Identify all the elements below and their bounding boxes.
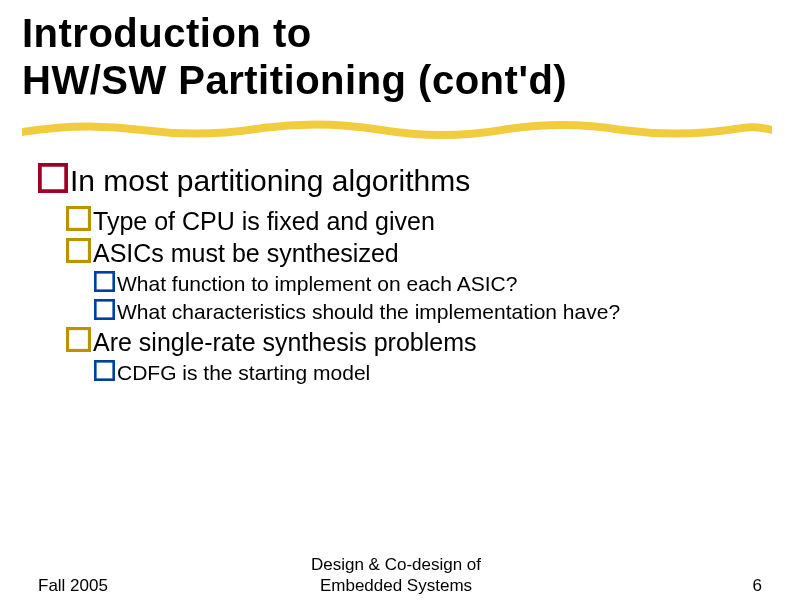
footer-title: Design & Co-design of Embedded Systems	[0, 555, 792, 596]
content-area: In most partitioning algorithms Type of …	[38, 162, 762, 388]
y-bullet-icon	[66, 327, 91, 352]
bullet-text: ASICs must be synthesized	[93, 239, 399, 267]
svg-rect-4	[95, 300, 113, 318]
svg-rect-5	[68, 329, 90, 351]
x-bullet-icon	[94, 360, 115, 381]
page-number: 6	[753, 576, 762, 596]
bullet-level2: Type of CPU is fixed and given	[66, 206, 762, 237]
bullet-level1: In most partitioning algorithms	[38, 162, 762, 200]
svg-rect-1	[68, 207, 90, 229]
bullet-level2: ASICs must be synthesized	[66, 238, 762, 269]
bullet-level3: What function to implement on each ASIC?	[94, 271, 762, 297]
svg-rect-3	[95, 272, 113, 290]
y-bullet-icon	[66, 206, 91, 231]
y-bullet-icon	[66, 238, 91, 263]
z-bullet-icon	[38, 163, 68, 193]
svg-rect-2	[68, 240, 90, 262]
bullet-text: Are single-rate synthesis problems	[93, 328, 477, 356]
svg-rect-6	[95, 361, 113, 379]
slide-title: Introduction to HW/SW Partitioning (cont…	[22, 10, 567, 104]
title-underline	[22, 112, 772, 140]
bullet-text: CDFG is the starting model	[117, 361, 370, 384]
x-bullet-icon	[94, 299, 115, 320]
x-bullet-icon	[94, 271, 115, 292]
slide: Introduction to HW/SW Partitioning (cont…	[0, 0, 792, 612]
bullet-level3: What characteristics should the implemen…	[94, 299, 762, 325]
bullet-text: In most partitioning algorithms	[70, 164, 470, 197]
bullet-text: Type of CPU is fixed and given	[93, 207, 435, 235]
bullet-level3: CDFG is the starting model	[94, 360, 762, 386]
bullet-text: What characteristics should the implemen…	[117, 300, 620, 323]
svg-rect-0	[40, 164, 66, 190]
bullet-text: What function to implement on each ASIC?	[117, 272, 517, 295]
bullet-level2: Are single-rate synthesis problems	[66, 327, 762, 358]
